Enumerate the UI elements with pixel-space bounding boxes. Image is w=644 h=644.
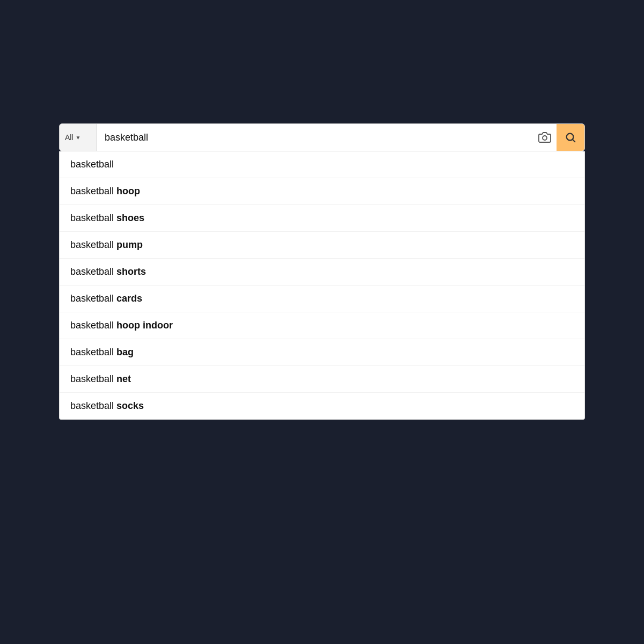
search-icon xyxy=(565,131,576,143)
svg-line-2 xyxy=(573,140,575,142)
category-dropdown[interactable]: All ▼ xyxy=(60,124,97,151)
suggestion-item-1[interactable]: basketball xyxy=(60,151,584,178)
suggestion-item-5[interactable]: basketball shorts xyxy=(60,259,584,286)
suggestion-item-7[interactable]: basketball hoop indoor xyxy=(60,312,584,339)
category-label: All xyxy=(65,133,74,142)
suggestions-dropdown: basketball basketball hoop basketball sh… xyxy=(59,151,585,420)
search-input[interactable] xyxy=(97,124,533,151)
camera-icon xyxy=(538,131,551,144)
suggestion-item-8[interactable]: basketball bag xyxy=(60,339,584,366)
search-button[interactable] xyxy=(557,124,584,151)
suggestion-item-10[interactable]: basketball socks xyxy=(60,393,584,419)
suggestion-item-3[interactable]: basketball shoes xyxy=(60,205,584,232)
search-bar: All ▼ xyxy=(59,123,585,151)
camera-search-button[interactable] xyxy=(533,124,557,151)
chevron-down-icon: ▼ xyxy=(76,135,81,141)
suggestion-item-6[interactable]: basketball cards xyxy=(60,286,584,312)
suggestion-item-9[interactable]: basketball net xyxy=(60,366,584,393)
suggestion-item-4[interactable]: basketball pump xyxy=(60,232,584,259)
suggestion-item-2[interactable]: basketball hoop xyxy=(60,178,584,205)
search-container: All ▼ basketball basketball hoop basketb… xyxy=(59,123,585,420)
svg-point-0 xyxy=(543,136,547,140)
